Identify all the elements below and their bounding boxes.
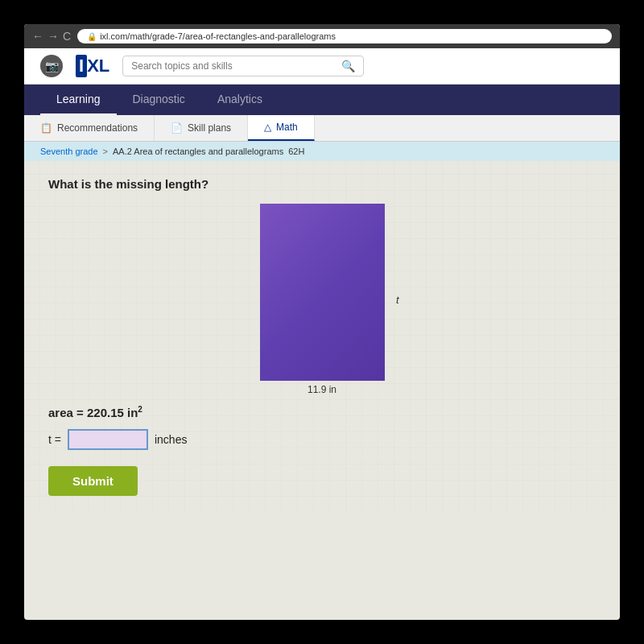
subnav-recommendations-label: Recommendations	[57, 122, 138, 134]
subnav-skillplans-label: Skill plans	[188, 122, 231, 134]
breadcrumb: Seventh grade > AA.2 Area of rectangles …	[24, 142, 620, 161]
subnav-math[interactable]: △ Math	[248, 115, 315, 141]
browser-chrome: ← → C 🔒 ixl.com/math/grade-7/area-of-rec…	[24, 24, 620, 48]
nav-tabs: Learning Diagnostic Analytics	[24, 85, 620, 115]
subnav-skillplans[interactable]: 📄 Skill plans	[155, 115, 248, 141]
logo-i: I	[76, 55, 87, 77]
ixl-logo[interactable]: IXL	[76, 55, 109, 77]
url-text: ixl.com/math/grade-7/area-of-rectangles-…	[100, 31, 336, 41]
input-unit: inches	[155, 433, 187, 446]
recommendations-icon: 📋	[40, 122, 52, 134]
input-row: t = inches	[48, 429, 596, 450]
sub-nav: 📋 Recommendations 📄 Skill plans △ Math	[24, 115, 620, 142]
camera-icon: 📷	[40, 55, 63, 77]
search-icon[interactable]: 🔍	[341, 60, 355, 72]
label-t: t	[396, 294, 399, 306]
answer-input[interactable]	[68, 429, 148, 450]
input-label: t =	[48, 433, 61, 446]
tab-learning[interactable]: Learning	[40, 85, 117, 115]
math-icon: △	[264, 122, 271, 133]
breadcrumb-code: 62H	[288, 147, 304, 156]
tab-analytics[interactable]: Analytics	[201, 85, 279, 115]
formula-main: area = 220.15 in	[48, 406, 138, 419]
breadcrumb-grade[interactable]: Seventh grade	[40, 147, 98, 156]
lock-icon: 🔒	[87, 32, 97, 41]
logo-xl: XL	[87, 56, 109, 76]
skillplans-icon: 📄	[171, 122, 183, 134]
search-bar[interactable]: 🔍	[122, 56, 364, 76]
ixl-header: 📷 IXL 🔍	[24, 48, 620, 85]
forward-button[interactable]: →	[47, 30, 59, 43]
breadcrumb-separator: >	[103, 147, 108, 156]
figure-container: t 11.9 in	[48, 204, 596, 395]
submit-button[interactable]: Submit	[48, 466, 138, 496]
formula-text: area = 220.15 in2	[48, 405, 596, 419]
search-input[interactable]	[131, 60, 341, 72]
subnav-math-label: Math	[276, 122, 298, 133]
rectangle-wrapper: t 11.9 in	[260, 204, 385, 395]
rectangle-shape	[260, 204, 385, 381]
back-button[interactable]: ←	[32, 30, 43, 43]
main-content: What is the missing length? t 11.9 in ar…	[24, 161, 620, 512]
question-text: What is the missing length?	[48, 177, 596, 191]
subnav-recommendations[interactable]: 📋 Recommendations	[24, 115, 155, 141]
browser-nav: ← → C	[32, 30, 71, 43]
breadcrumb-skill: AA.2 Area of rectangles and parallelogra…	[113, 147, 283, 156]
screen: ← → C 🔒 ixl.com/math/grade-7/area-of-rec…	[24, 24, 620, 620]
formula-superscript: 2	[138, 405, 142, 414]
address-bar[interactable]: 🔒 ixl.com/math/grade-7/area-of-rectangle…	[77, 29, 612, 43]
tab-diagnostic[interactable]: Diagnostic	[117, 85, 201, 115]
refresh-button[interactable]: C	[63, 30, 71, 43]
label-bottom: 11.9 in	[260, 384, 385, 395]
